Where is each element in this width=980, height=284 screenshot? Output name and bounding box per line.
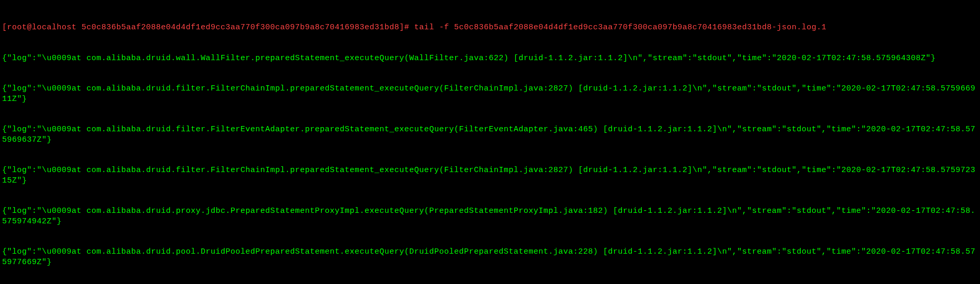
log-entry: {"log":"\u0009at com.alibaba.druid.filte… [2,84,978,104]
log-entry: {"log":"\u0009at com.alibaba.druid.wall.… [2,53,978,64]
command-prompt: [root@localhost 5c0c836b5aaf2088e04d4df1… [2,22,978,33]
log-entry: {"log":"\u0009at com.alibaba.druid.proxy… [2,206,978,226]
log-entry: {"log":"\u0009at com.alibaba.druid.filte… [2,165,978,186]
log-entry: {"log":"\u0009at com.alibaba.druid.pool.… [2,247,978,267]
terminal-output[interactable]: [root@localhost 5c0c836b5aaf2088e04d4df1… [2,2,978,284]
log-entry: {"log":"\u0009at com.alibaba.druid.filte… [2,124,978,145]
